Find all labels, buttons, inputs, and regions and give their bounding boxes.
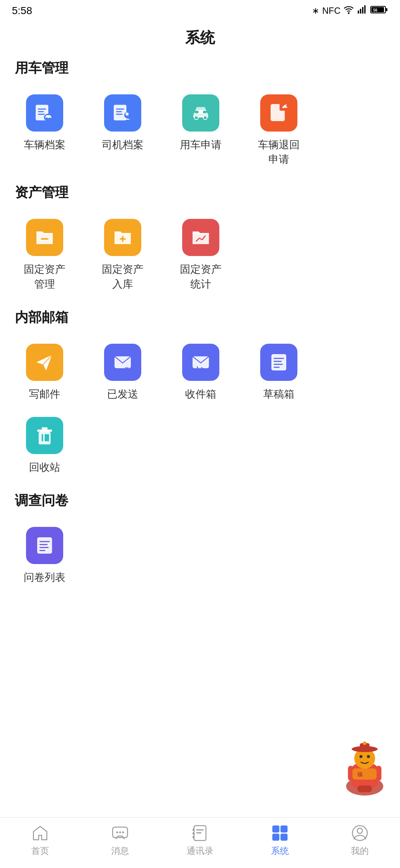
svg-text:福: 福 — [357, 771, 362, 777]
system-nav-icon — [270, 823, 290, 843]
sent-mail-label: 已发送 — [107, 387, 138, 401]
signal-icon — [357, 4, 367, 17]
svg-rect-38 — [274, 367, 280, 368]
svg-rect-60 — [357, 786, 372, 792]
list-icon — [33, 534, 56, 557]
write-mail-item[interactable]: 写邮件 — [7, 338, 82, 407]
svg-rect-40 — [37, 430, 52, 432]
driver-archive-icon-box — [104, 94, 141, 132]
home-nav-label: 首页 — [31, 845, 49, 857]
svg-rect-34 — [271, 354, 286, 370]
fixed-asset-in-item[interactable]: 固定资产入库 — [86, 213, 160, 297]
svg-point-66 — [119, 832, 121, 833]
svg-rect-19 — [116, 114, 123, 115]
svg-point-15 — [49, 117, 51, 120]
send-icon — [33, 351, 56, 373]
bluetooth-icon: ∗ — [312, 6, 319, 16]
trash-icon — [33, 424, 56, 447]
asset-management-grid: 固定资产管理 固定资产入库 固定资产统计 — [0, 209, 400, 308]
nav-mine[interactable]: 我的 — [332, 823, 388, 857]
svg-rect-47 — [39, 541, 50, 542]
svg-rect-18 — [116, 111, 122, 112]
svg-rect-71 — [193, 836, 194, 838]
vehicle-management-grid: 车辆档案 司机档案 — [0, 85, 400, 184]
fixed-asset-in-label: 固定资产入库 — [102, 262, 143, 291]
trash-item[interactable]: 回收站 — [7, 411, 82, 480]
fixed-asset-stats-icon-box — [182, 219, 219, 256]
nav-message[interactable]: 消息 — [92, 823, 148, 857]
svg-rect-23 — [203, 111, 207, 113]
status-icons: ∗ NFC 56 — [312, 4, 388, 17]
vehicle-file-icon — [33, 102, 56, 124]
draft-label: 草稿箱 — [263, 387, 294, 401]
write-mail-label: 写邮件 — [29, 387, 60, 401]
system-nav-label: 系统 — [271, 845, 289, 857]
main-content: 系统 用车管理 车辆档案 — [0, 20, 400, 661]
svg-point-79 — [357, 828, 362, 833]
svg-point-21 — [126, 113, 129, 116]
sent-mail-item[interactable]: 已发送 — [86, 338, 160, 407]
driver-file-icon — [112, 102, 134, 124]
svg-rect-31 — [120, 238, 126, 240]
svg-text:56: 56 — [373, 8, 378, 12]
message-nav-icon — [110, 823, 130, 843]
svg-rect-10 — [38, 108, 46, 110]
inbox-icon-box — [182, 344, 219, 381]
svg-point-54 — [359, 755, 362, 758]
vehicle-return-item[interactable]: 车辆退回申请 — [242, 88, 316, 172]
vehicle-archive-item[interactable]: 车辆档案 — [7, 88, 82, 172]
svg-rect-57 — [376, 766, 381, 781]
svg-rect-70 — [193, 832, 194, 835]
svg-rect-35 — [274, 358, 284, 359]
wifi-icon — [343, 4, 354, 17]
driver-archive-item[interactable]: 司机档案 — [86, 88, 160, 172]
battery-icon: 56 — [370, 4, 388, 17]
nav-home[interactable]: 首页 — [12, 823, 68, 857]
vehicle-apply-icon-box — [182, 94, 219, 132]
message-nav-label: 消息 — [111, 845, 129, 857]
questionnaire-list-item[interactable]: 问卷列表 — [7, 521, 82, 590]
vehicle-apply-label: 用车申请 — [180, 137, 222, 152]
svg-rect-11 — [38, 111, 44, 112]
sent-mail-icon-box — [104, 344, 141, 381]
svg-rect-58 — [352, 768, 377, 780]
svg-rect-75 — [281, 826, 287, 832]
nav-system[interactable]: 系统 — [252, 823, 308, 857]
svg-rect-3 — [362, 7, 364, 14]
svg-rect-45 — [46, 434, 48, 441]
return-icon — [268, 102, 290, 124]
contacts-nav-icon — [190, 823, 210, 843]
svg-rect-74 — [272, 826, 279, 832]
fixed-asset-stats-item[interactable]: 固定资产统计 — [164, 213, 238, 297]
svg-rect-48 — [39, 544, 48, 545]
svg-rect-77 — [281, 834, 287, 841]
trash-label: 回收站 — [29, 460, 60, 475]
svg-rect-16 — [114, 105, 126, 120]
svg-rect-73 — [196, 832, 201, 833]
folder-minus-icon — [33, 226, 56, 249]
svg-rect-4 — [364, 5, 366, 13]
vehicle-archive-label: 车辆档案 — [24, 137, 65, 152]
driver-archive-label: 司机档案 — [102, 137, 143, 152]
home-nav-icon — [30, 823, 50, 843]
nav-contacts[interactable]: 通讯录 — [172, 823, 228, 857]
svg-rect-49 — [39, 547, 49, 548]
svg-rect-12 — [38, 114, 45, 115]
inbox-item[interactable]: 收件箱 — [164, 338, 238, 407]
svg-rect-1 — [358, 10, 359, 13]
svg-rect-50 — [39, 550, 45, 551]
vehicle-archive-icon-box — [26, 94, 63, 132]
bottom-nav: 首页 消息 通讯录 系统 — [0, 817, 400, 868]
folder-plus-icon — [112, 226, 134, 249]
trash-icon-box — [26, 417, 63, 454]
svg-rect-17 — [116, 108, 124, 110]
status-bar: 5:58 ∗ NFC 56 — [0, 0, 400, 20]
vehicle-return-label: 车辆退回申请 — [258, 137, 300, 166]
svg-rect-41 — [42, 427, 48, 430]
sent-icon — [112, 351, 134, 373]
svg-point-55 — [367, 755, 370, 758]
svg-rect-26 — [193, 114, 209, 116]
fixed-asset-manage-item[interactable]: 固定资产管理 — [7, 213, 82, 297]
draft-item[interactable]: 草稿箱 — [242, 338, 316, 407]
vehicle-apply-item[interactable]: 用车申请 — [164, 88, 238, 172]
